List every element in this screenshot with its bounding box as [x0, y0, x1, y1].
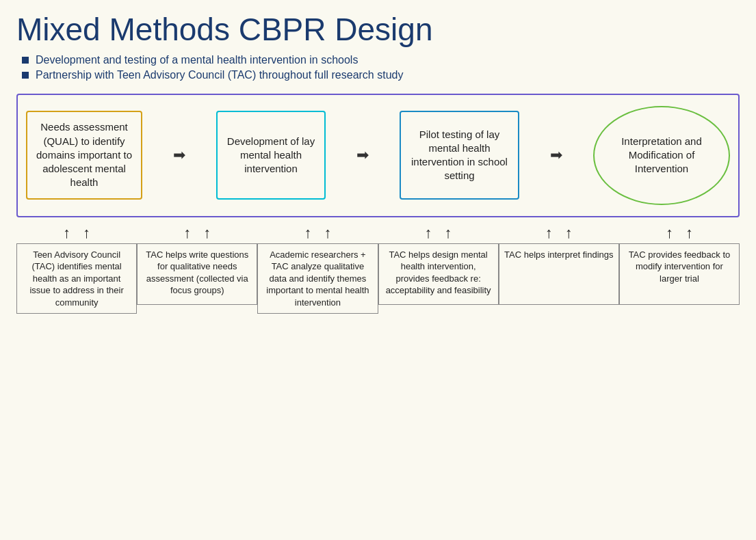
arrows-row-5: ↑ ↑	[499, 226, 619, 243]
up-arrow-1b: ↑	[83, 226, 90, 241]
flow-box-pilot: Pilot testing of lay mental health inter…	[400, 111, 519, 200]
arrow-1: ➡	[166, 146, 193, 164]
flow-diagram: Needs assessment (QUAL) to identify doma…	[16, 94, 740, 217]
bottom-col-6: ↑ ↑ TAC provides feedback to modify inte…	[619, 226, 740, 305]
arrows-row-4: ↑ ↑	[378, 226, 499, 243]
bullet-square-1	[22, 57, 29, 64]
flow-box-needs-assessment: Needs assessment (QUAL) to identify doma…	[26, 111, 142, 200]
bottom-col-4: ↑ ↑ TAC helps design mental health inter…	[378, 226, 499, 305]
bottom-text-2: TAC helps write questions for qualitativ…	[137, 243, 257, 305]
bottom-text-5: TAC helps interpret findings	[499, 243, 619, 305]
up-arrow-4b: ↑	[445, 226, 452, 241]
bullet-text-1: Development and testing of a mental heal…	[36, 54, 358, 66]
bullet-list: Development and testing of a mental heal…	[16, 54, 740, 84]
bottom-col-5: ↑ ↑ TAC helps interpret findings	[499, 226, 619, 305]
bullet-square-2	[22, 72, 29, 79]
page: Mixed Methods CBPR Design Development an…	[0, 0, 756, 540]
bullet-item-2: Partnership with Teen Advisory Council (…	[22, 69, 740, 81]
arrows-row-3: ↑ ↑	[257, 226, 378, 243]
up-arrow-2b: ↑	[203, 226, 211, 241]
bottom-text-6: TAC provides feedback to modify interven…	[619, 243, 740, 305]
up-arrow-1a: ↑	[63, 226, 70, 241]
up-arrow-4a: ↑	[425, 226, 432, 241]
up-arrow-5b: ↑	[565, 226, 573, 241]
bottom-section: ↑ ↑ Teen Advisory Council (TAC) identifi…	[16, 226, 740, 532]
up-arrow-5a: ↑	[545, 226, 553, 241]
page-title: Mixed Methods CBPR Design	[16, 12, 740, 47]
bottom-col-3: ↑ ↑ Academic researchers + TAC analyze q…	[257, 226, 378, 314]
bottom-text-4: TAC helps design mental health intervent…	[378, 243, 499, 305]
up-arrow-3a: ↑	[304, 226, 311, 241]
arrow-2: ➡	[349, 146, 376, 164]
arrows-row-6: ↑ ↑	[619, 226, 740, 243]
arrows-row-2: ↑ ↑	[137, 226, 257, 243]
bullet-text-2: Partnership with Teen Advisory Council (…	[36, 69, 403, 81]
bottom-col-1: ↑ ↑ Teen Advisory Council (TAC) identifi…	[16, 226, 137, 314]
arrow-3: ➡	[543, 146, 570, 164]
up-arrow-3b: ↑	[324, 226, 331, 241]
flow-box-interpretation: Interpretation and Modification of Inter…	[593, 106, 730, 205]
bullet-item-1: Development and testing of a mental heal…	[22, 54, 740, 66]
up-arrow-6b: ↑	[686, 226, 693, 241]
bottom-text-1: Teen Advisory Council (TAC) identifies m…	[16, 243, 137, 314]
arrows-row-1: ↑ ↑	[16, 226, 137, 243]
bottom-col-2: ↑ ↑ TAC helps write questions for qualit…	[137, 226, 257, 305]
up-arrow-2a: ↑	[183, 226, 191, 241]
up-arrow-6a: ↑	[666, 226, 673, 241]
bottom-text-3: Academic researchers + TAC analyze quali…	[257, 243, 378, 314]
flow-box-development: Development of lay mental health interve…	[216, 111, 326, 200]
